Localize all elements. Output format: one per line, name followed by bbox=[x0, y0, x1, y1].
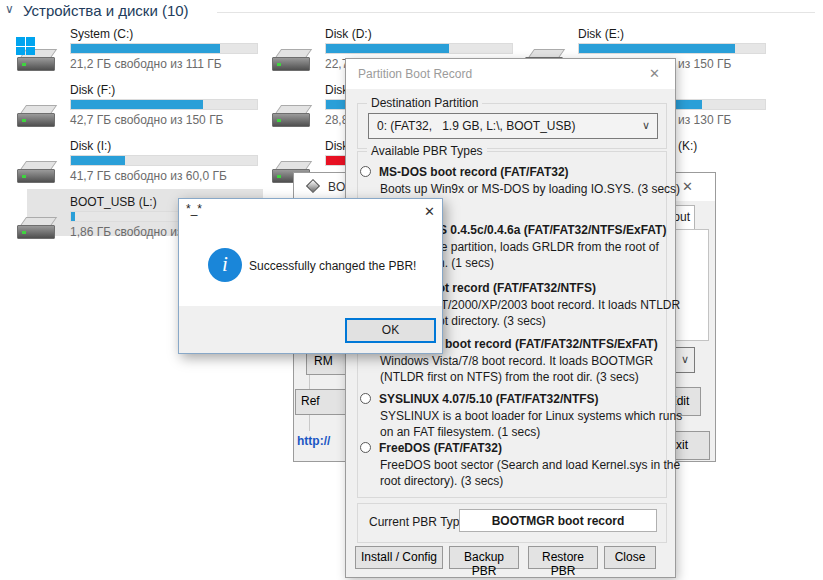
chevron-down-icon: ∨ bbox=[642, 119, 650, 132]
pbr-option-4-name[interactable]: SYSLINUX 4.07/5.10 (FAT/FAT32/NTFS) bbox=[379, 392, 599, 406]
bootice-title-fragment: BO bbox=[328, 180, 345, 194]
pbr-dialog-title: Partition Boot Record bbox=[358, 67, 472, 81]
drive-usage-bar bbox=[325, 43, 513, 54]
ok-button[interactable]: OK bbox=[345, 318, 436, 343]
drive-free-space-text: 1,86 ГБ свободно из bbox=[70, 225, 182, 239]
group-collapse-chevron-icon[interactable]: ∨ bbox=[5, 2, 14, 16]
pbr-option-0-name[interactable]: MS-DOS boot record (FAT/FAT32) bbox=[379, 165, 569, 179]
pbr-option-3-desc-0: Windows Vista/7/8 boot record. It loads … bbox=[380, 354, 653, 368]
drive-free-space-text: 41,7 ГБ свободно из 60,0 ГБ bbox=[70, 169, 227, 183]
pbr-option-4-desc-0: SYSLINUX is a boot loader for Linux syst… bbox=[380, 409, 682, 423]
devices-and-drives-header[interactable]: Устройства и диски (10) bbox=[23, 2, 189, 19]
drive-icon bbox=[272, 104, 312, 130]
available-pbr-types-label: Available PBR Types bbox=[367, 144, 487, 158]
drive-free-space-text: 42,7 ГБ свободно из 150 ГБ bbox=[70, 113, 224, 127]
pbr-option-5-name[interactable]: FreeDOS (FAT/FAT32) bbox=[379, 441, 502, 455]
pbr-option-4-desc-1: on an FAT filesystem. (1 secs) bbox=[380, 425, 540, 439]
drive-item-3-label[interactable]: Disk (F:) bbox=[70, 83, 115, 97]
pbr-option-0-radio[interactable] bbox=[360, 166, 371, 177]
current-pbr-type-group: Current PBR Type: BOOTMGR boot record bbox=[357, 503, 667, 543]
drive-icon bbox=[17, 104, 57, 130]
windows-logo-icon bbox=[16, 37, 36, 56]
drive-item-1-label[interactable]: Disk (D:) bbox=[325, 27, 372, 41]
close-button[interactable]: Close bbox=[604, 546, 656, 569]
drive-free-space-text: 21,2 ГБ свободно из 111 ГБ bbox=[70, 57, 222, 71]
restore-pbr-button[interactable]: Restore PBR bbox=[528, 546, 598, 569]
bootice-link-fragment[interactable]: http:// bbox=[297, 434, 330, 448]
drive-item-6-label[interactable]: Disk (I:) bbox=[70, 139, 111, 153]
drive-free-space-text: из 130 ГБ bbox=[678, 113, 731, 127]
bootice-close-icon[interactable]: ✕ bbox=[682, 179, 693, 194]
info-icon: i bbox=[208, 248, 242, 282]
drive-usage-bar bbox=[578, 43, 766, 54]
chevron-down-icon: ∨ bbox=[681, 353, 689, 366]
current-pbr-type-value: BOOTMGR boot record bbox=[459, 509, 657, 532]
drive-usage-bar bbox=[70, 155, 258, 166]
current-pbr-type-label: Current PBR Type: bbox=[369, 515, 470, 529]
destination-partition-group: Destination Partition 0: (FAT32, 1.9 GB,… bbox=[357, 103, 667, 149]
group-divider bbox=[217, 12, 815, 13]
destination-partition-label: Destination Partition bbox=[367, 96, 482, 110]
pbr-option-0-desc-0: Boots up Win9x or MS-DOS by loading IO.S… bbox=[380, 182, 680, 196]
bootice-ref-button-fragment[interactable]: Ref bbox=[295, 389, 347, 415]
pbr-close-icon[interactable]: ✕ bbox=[649, 66, 660, 81]
drive-usage-bar bbox=[70, 43, 258, 54]
drive-item-0-label[interactable]: System (C:) bbox=[70, 27, 133, 41]
drive-icon bbox=[272, 48, 312, 74]
drive-icon bbox=[17, 216, 57, 242]
drive-item-2-label[interactable]: Disk (E:) bbox=[578, 27, 624, 41]
install-config-button[interactable]: Install / Config bbox=[355, 546, 443, 569]
pbr-option-5-radio[interactable] bbox=[360, 442, 371, 453]
pbr-option-5-desc-0: FreeDOS boot sector (Search and load Ker… bbox=[380, 458, 680, 472]
destination-partition-select[interactable]: 0: (FAT32, 1.9 GB, L:\, BOOT_USB) ∨ bbox=[368, 113, 658, 139]
pbr-option-5-desc-1: root directory). (3 secs) bbox=[380, 474, 503, 488]
drive-item-8-label[interactable]: (K:) bbox=[678, 139, 697, 153]
success-message-box: *_* ✕ i Successfully changed the PBR! OK bbox=[178, 198, 443, 354]
drive-free-space-text: из 150 ГБ bbox=[678, 57, 731, 71]
drive-item-9-label[interactable]: BOOT_USB (L:) bbox=[70, 195, 157, 209]
destination-partition-value: 0: (FAT32, 1.9 GB, L:\, BOOT_USB) bbox=[377, 119, 576, 133]
message-text: Successfully changed the PBR! bbox=[249, 259, 416, 273]
pbr-option-3-desc-1: (NTLDR first on NTFS) from the root dir.… bbox=[380, 370, 639, 384]
drive-usage-bar bbox=[70, 99, 258, 110]
backup-pbr-button[interactable]: Backup PBR bbox=[449, 546, 519, 569]
screen: ∨ Устройства и диски (10) System (C:)21,… bbox=[0, 0, 823, 580]
message-box-title: *_* bbox=[186, 202, 202, 216]
drive-icon bbox=[17, 160, 57, 186]
message-box-close-icon[interactable]: ✕ bbox=[424, 204, 435, 219]
pbr-option-4-radio[interactable] bbox=[360, 393, 371, 404]
